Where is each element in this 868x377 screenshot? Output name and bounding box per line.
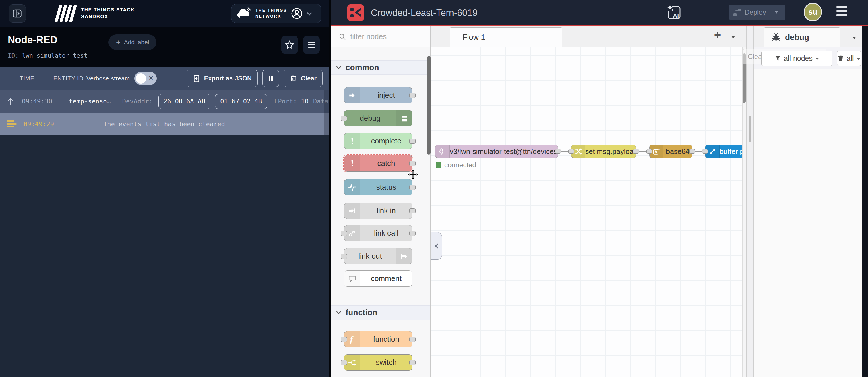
chevron-down-icon bbox=[336, 310, 341, 314]
canvas-scrollbar-track[interactable] bbox=[742, 47, 746, 377]
output-port[interactable] bbox=[689, 149, 695, 154]
main-menu-button[interactable] bbox=[836, 6, 847, 16]
user-circle-icon bbox=[290, 7, 303, 20]
brand-line2: SANDBOX bbox=[81, 13, 135, 20]
flow-canvas[interactable]: v3/lwn-simulator-test@ttn/devices/+/up c… bbox=[431, 47, 746, 377]
tts-brand: THE THINGS STACK SANDBOX bbox=[57, 4, 135, 23]
sidebar-menu-button[interactable] bbox=[852, 35, 856, 40]
palette-node-status[interactable]: status bbox=[344, 179, 412, 195]
svg-text:64: 64 bbox=[657, 148, 660, 151]
ai-assistant-button[interactable]: AI bbox=[666, 5, 683, 21]
network-line1: THE THINGS bbox=[255, 8, 287, 13]
output-port[interactable] bbox=[409, 93, 415, 98]
palette-collapse-handle[interactable] bbox=[431, 232, 442, 260]
input-port[interactable] bbox=[341, 116, 347, 121]
tab-debug[interactable]: debug bbox=[764, 27, 840, 47]
event-entity: temp-senso… bbox=[69, 98, 111, 105]
add-flow-button[interactable]: + bbox=[710, 28, 725, 42]
palette-section-common[interactable]: common bbox=[331, 60, 430, 75]
event-row-cleared[interactable]: 09:49:29 The events list has been cleare… bbox=[0, 113, 329, 135]
svg-text:f: f bbox=[350, 335, 353, 344]
palette-node-link-out[interactable]: link out bbox=[344, 248, 412, 264]
canvas-node-mqtt-in[interactable]: v3/lwn-simulator-test@ttn/devices/+/up bbox=[435, 145, 558, 158]
debug-messages-empty bbox=[754, 69, 862, 377]
filter-nodes-input[interactable] bbox=[350, 32, 422, 41]
palette-node-link-call[interactable]: link call bbox=[344, 225, 412, 241]
output-port[interactable] bbox=[409, 360, 415, 365]
debug-filter-button[interactable]: all nodes bbox=[761, 51, 832, 66]
palette-node-comment[interactable]: comment bbox=[344, 270, 412, 287]
canvas-node-base64[interactable]: b 64 base64 bbox=[649, 145, 692, 158]
node-label: link in bbox=[360, 206, 412, 215]
palette-node-debug[interactable]: debug bbox=[344, 110, 412, 126]
canvas-node-buffer-parser[interactable]: buffer parser bbox=[705, 145, 746, 158]
chevron-left-icon bbox=[435, 244, 440, 249]
palette-node-switch[interactable]: switch bbox=[344, 354, 412, 371]
node-label: base64 bbox=[663, 147, 692, 156]
palette-node-complete[interactable]: complete bbox=[344, 133, 412, 149]
resize-grip bbox=[749, 116, 751, 142]
pulse-icon bbox=[344, 179, 360, 195]
user-avatar[interactable]: su bbox=[804, 3, 822, 21]
sidebar-resize-handle[interactable] bbox=[746, 26, 754, 377]
input-port[interactable] bbox=[341, 360, 347, 365]
chevron-down-icon bbox=[336, 64, 341, 69]
status-text: connected bbox=[444, 161, 476, 169]
column-entity-label: ENTITY ID bbox=[53, 75, 84, 82]
palette-section-function[interactable]: function bbox=[331, 306, 430, 320]
event-message: The events list has been cleared bbox=[103, 120, 225, 127]
output-port[interactable] bbox=[555, 149, 561, 154]
bug-icon bbox=[772, 33, 780, 42]
more-actions-button[interactable] bbox=[303, 36, 320, 54]
event-list-scrollbar[interactable] bbox=[324, 90, 329, 135]
devaddr-value[interactable]: 26 0D 6A AB bbox=[158, 94, 211, 109]
input-port[interactable] bbox=[568, 149, 574, 154]
event-time: 09:49:30 bbox=[22, 98, 52, 105]
input-port[interactable] bbox=[341, 254, 347, 259]
palette-scrollbar[interactable] bbox=[427, 56, 431, 154]
deploy-button[interactable]: Deploy bbox=[729, 5, 785, 20]
input-port[interactable] bbox=[341, 231, 347, 236]
caret-down-icon bbox=[852, 37, 856, 39]
input-port[interactable] bbox=[646, 149, 652, 154]
output-port[interactable] bbox=[409, 161, 415, 166]
list-event-icon bbox=[7, 120, 17, 127]
tab-flow-1[interactable]: Flow 1 bbox=[450, 27, 562, 47]
network-switcher-button[interactable]: THE THINGS NETWORK bbox=[231, 4, 321, 23]
sidebar-tab-bar: debug bbox=[754, 26, 862, 47]
output-port[interactable] bbox=[409, 337, 415, 342]
pause-icon bbox=[267, 75, 274, 83]
add-label-button[interactable]: + Add label bbox=[108, 34, 156, 50]
pause-stream-button[interactable] bbox=[262, 70, 279, 87]
tts-header: THE THINGS STACK SANDBOX THE THINGS NETW… bbox=[0, 0, 329, 27]
verbose-stream-toggle[interactable]: × bbox=[134, 72, 157, 85]
section-label: function bbox=[346, 308, 377, 317]
debug-clear-button[interactable]: all bbox=[837, 51, 861, 66]
node-label: inject bbox=[360, 91, 412, 100]
palette-node-inject[interactable]: inject bbox=[344, 87, 412, 104]
flow-list-button[interactable] bbox=[732, 34, 735, 40]
clear-events-button[interactable]: Clear bbox=[284, 70, 322, 87]
trash-icon bbox=[290, 75, 297, 83]
debug-sidebar: debug all nodes all bbox=[754, 26, 862, 377]
palette-node-catch[interactable]: catch bbox=[344, 155, 412, 172]
payload-value[interactable]: 01 67 02 4B bbox=[215, 94, 267, 109]
output-port[interactable] bbox=[409, 139, 415, 144]
event-row-uplink[interactable]: 09:49:30 temp-senso… DevAddr: 26 0D 6A A… bbox=[0, 90, 329, 113]
input-port[interactable] bbox=[341, 337, 347, 342]
palette-node-link-in[interactable]: link in bbox=[344, 203, 412, 219]
input-port[interactable] bbox=[702, 149, 708, 154]
chevron-down-icon bbox=[307, 11, 312, 16]
sidebar-toggle-button[interactable] bbox=[9, 4, 26, 23]
output-port[interactable] bbox=[409, 185, 415, 190]
export-json-button[interactable]: Export as JSON bbox=[187, 70, 258, 87]
uplink-arrow-icon bbox=[7, 97, 14, 106]
output-port[interactable] bbox=[409, 231, 415, 236]
devaddr-label: DevAddr: bbox=[122, 98, 153, 105]
output-port[interactable] bbox=[633, 149, 639, 154]
bookmark-button[interactable] bbox=[281, 36, 298, 54]
palette-node-function[interactable]: f function bbox=[344, 331, 412, 347]
canvas-node-change[interactable]: set msg.payload bbox=[571, 145, 636, 158]
deploy-options-button[interactable] bbox=[770, 11, 782, 13]
output-port[interactable] bbox=[409, 208, 415, 213]
